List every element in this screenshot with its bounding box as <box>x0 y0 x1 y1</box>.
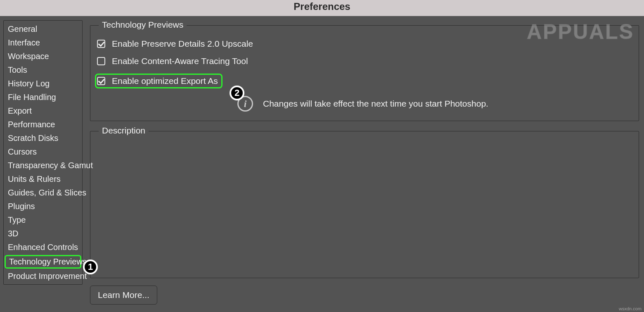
sidebar-item-3d[interactable]: 3D <box>4 227 82 241</box>
sidebar-item-export[interactable]: Export <box>4 104 82 118</box>
learn-more-button[interactable]: Learn More... <box>90 286 157 305</box>
info-row: i Changes will take effect the next time… <box>237 96 632 112</box>
preferences-content: Technology Previews Enable Preserve Deta… <box>90 20 641 312</box>
sidebar-item-product-improvement[interactable]: Product Improvement <box>4 269 82 283</box>
sidebar-item-transparency-gamut[interactable]: Transparency & Gamut <box>4 159 82 172</box>
sidebar-item-tools[interactable]: Tools <box>4 63 82 77</box>
sidebar-item-general[interactable]: General <box>4 22 82 36</box>
sidebar-item-file-handling[interactable]: File Handling <box>4 91 82 104</box>
sidebar-item-enhanced-controls[interactable]: Enhanced Controls <box>4 241 82 254</box>
option-preserve-details-row: Enable Preserve Details 2.0 Upscale <box>97 39 632 49</box>
sidebar-item-scratch-disks[interactable]: Scratch Disks <box>4 131 82 145</box>
annotation-marker-1: 1 <box>83 260 98 274</box>
sidebar-item-interface[interactable]: Interface <box>4 36 82 50</box>
checkbox-optimized-export-as[interactable] <box>97 77 105 85</box>
sidebar-item-cursors[interactable]: Cursors <box>4 145 82 159</box>
sidebar-item-type[interactable]: Type <box>4 213 82 227</box>
info-text: Changes will take effect the next time y… <box>263 99 488 109</box>
label-optimized-export-as: Enable optimized Export As <box>112 76 218 86</box>
preferences-title: Preferences <box>0 0 644 16</box>
checkbox-content-aware-tracing[interactable] <box>97 57 105 65</box>
technology-previews-group: Technology Previews Enable Preserve Deta… <box>90 25 639 121</box>
sidebar-item-plugins[interactable]: Plugins <box>4 200 82 213</box>
label-content-aware-tracing: Enable Content-Aware Tracing Tool <box>112 56 248 66</box>
label-preserve-details: Enable Preserve Details 2.0 Upscale <box>112 39 253 49</box>
technology-previews-legend: Technology Previews <box>99 20 187 30</box>
sidebar-item-history-log[interactable]: History Log <box>4 77 82 91</box>
sidebar-item-guides-grid-slices[interactable]: Guides, Grid & Slices <box>4 186 82 200</box>
sidebar-item-units-rulers[interactable]: Units & Rulers <box>4 172 82 186</box>
annotation-marker-2: 2 <box>230 86 244 100</box>
sidebar-item-workspace[interactable]: Workspace <box>4 50 82 63</box>
description-legend: Description <box>99 126 149 136</box>
sidebar-item-technology-previews[interactable]: Technology Previews <box>5 255 81 269</box>
checkbox-preserve-details[interactable] <box>97 40 105 48</box>
option-content-aware-tracing-row: Enable Content-Aware Tracing Tool <box>97 56 632 66</box>
option-optimized-export-as-row: Enable optimized Export As <box>95 74 223 88</box>
sidebar-item-performance[interactable]: Performance <box>4 118 82 131</box>
description-group: Description <box>90 131 639 278</box>
preferences-sidebar: General Interface Workspace Tools Histor… <box>3 20 83 285</box>
